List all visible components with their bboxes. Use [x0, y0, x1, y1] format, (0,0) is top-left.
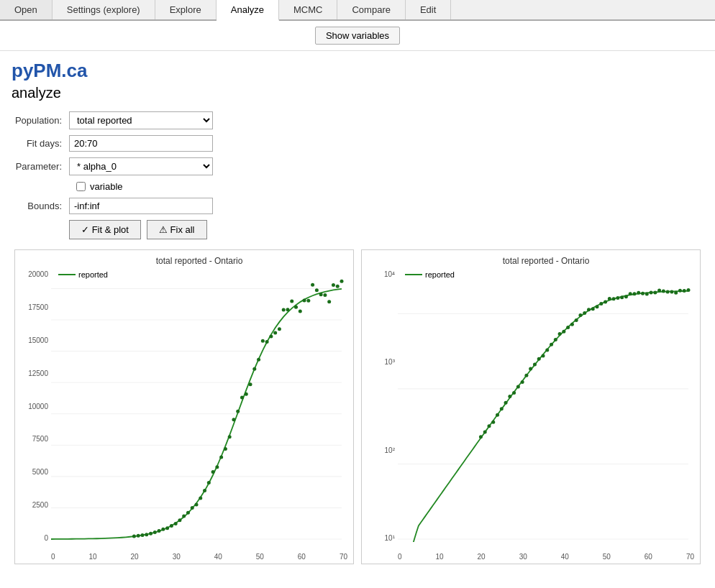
checkmark-icon: ✓ [81, 224, 89, 235]
legend-line-icon-right [405, 274, 422, 275]
warning-icon: ⚠ [159, 224, 168, 235]
right-chart-title: total reported - Ontario [398, 256, 694, 266]
nav-bar: Open Settings (explore) Explore Analyze … [0, 0, 715, 21]
legend-line-icon [58, 274, 76, 275]
fix-all-button[interactable]: ⚠ Fix all [147, 220, 207, 239]
left-chart-legend: reported [58, 270, 108, 279]
left-y-axis: 20000 17500 15000 12500 10000 7500 5000 … [17, 270, 48, 542]
fit-plot-label: Fit & plot [92, 224, 129, 235]
left-chart-title: total reported - Ontario [51, 256, 347, 266]
left-chart-canvas [51, 269, 347, 542]
fix-all-label: Fix all [170, 224, 195, 235]
variable-label: variable [90, 181, 123, 192]
nav-analyze[interactable]: Analyze [217, 0, 279, 21]
nav-explore[interactable]: Explore [155, 0, 217, 19]
variable-checkbox-row: variable [76, 181, 703, 192]
nav-edit[interactable]: Edit [406, 0, 451, 19]
right-x-axis: 0 10 20 30 40 50 60 70 [398, 553, 694, 561]
nav-open[interactable]: Open [0, 0, 53, 19]
population-row: Population: total reported [12, 111, 703, 129]
left-x-axis: 0 10 20 30 40 50 60 70 [51, 553, 347, 561]
nav-settings-explore[interactable]: Settings (explore) [53, 0, 155, 19]
bounds-input[interactable] [69, 198, 213, 214]
nav-mcmc[interactable]: MCMC [279, 0, 337, 19]
population-select[interactable]: total reported [69, 111, 213, 129]
fit-days-input[interactable] [69, 135, 213, 152]
bounds-label: Bounds: [12, 201, 69, 211]
left-chart: total reported - Ontario reported 20000 … [14, 249, 354, 564]
charts-area: total reported - Ontario reported 20000 … [12, 249, 703, 564]
variable-checkbox[interactable] [76, 182, 86, 191]
show-variables-button[interactable]: Show variables [315, 27, 400, 45]
right-legend-label: reported [425, 270, 455, 279]
right-chart-canvas [398, 269, 694, 542]
app-brand: pyPM.ca [12, 60, 703, 82]
buttons-row: ✓ Fit & plot ⚠ Fix all [69, 220, 703, 239]
bounds-row: Bounds: [12, 198, 703, 214]
right-chart: total reported - Ontario reported 10⁴ 10… [361, 249, 701, 564]
fit-plot-button[interactable]: ✓ Fit & plot [69, 220, 141, 239]
left-legend-label: reported [78, 270, 108, 279]
population-label: Population: [12, 115, 69, 126]
parameter-row: Parameter: * alpha_0 [12, 157, 703, 175]
nav-compare[interactable]: Compare [337, 0, 405, 19]
page-title: analyze [12, 85, 703, 101]
parameter-select[interactable]: * alpha_0 [69, 157, 213, 175]
parameter-label: Parameter: [12, 161, 69, 172]
toolbar: Show variables [0, 21, 715, 51]
fit-days-row: Fit days: [12, 135, 703, 152]
right-chart-legend: reported [405, 270, 455, 279]
main-content: pyPM.ca analyze Population: total report… [0, 51, 715, 573]
right-y-axis: 10⁴ 10³ 10² 10¹ [363, 270, 395, 542]
fit-days-label: Fit days: [12, 138, 69, 149]
